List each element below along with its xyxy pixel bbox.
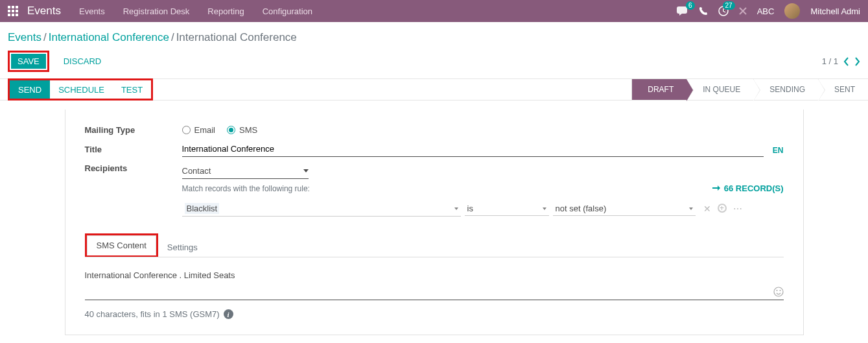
sms-content-highlight: SMS Content bbox=[85, 233, 158, 257]
caret-down-icon bbox=[303, 169, 309, 172]
breadcrumb-row: Events/International Conference/Internat… bbox=[0, 22, 868, 51]
title-label: Title bbox=[85, 145, 182, 154]
status-bar: SEND SCHEDULE TEST DRAFT IN QUEUE SENDIN… bbox=[0, 78, 868, 101]
menu-reporting[interactable]: Reporting bbox=[207, 6, 244, 16]
tab-settings[interactable]: Settings bbox=[158, 238, 207, 257]
filter-more-icon[interactable]: ⋯ bbox=[733, 204, 742, 214]
stage-sent[interactable]: SENT bbox=[818, 79, 868, 100]
pager: 1 / 1 bbox=[822, 56, 860, 66]
apps-icon[interactable] bbox=[8, 6, 18, 16]
top-menu: Events Registration Desk Reporting Confi… bbox=[79, 6, 677, 16]
clock-icon[interactable]: 27 bbox=[718, 6, 729, 16]
filter-add-icon[interactable]: + bbox=[718, 204, 727, 213]
arrow-right-icon bbox=[712, 185, 720, 191]
records-link[interactable]: 66 RECORD(S) bbox=[712, 183, 784, 193]
stage-in-queue[interactable]: IN QUEUE bbox=[686, 79, 753, 100]
filter-row: Blacklist is not set (false) ✕ + ⋯ bbox=[182, 201, 784, 217]
chat-badge: 6 bbox=[686, 1, 695, 10]
svg-point-1 bbox=[774, 287, 783, 296]
stage-draft[interactable]: DRAFT bbox=[631, 79, 686, 100]
schedule-button[interactable]: SCHEDULE bbox=[50, 80, 113, 99]
filter-field-select[interactable]: Blacklist bbox=[182, 201, 461, 217]
lang-tag[interactable]: EN bbox=[773, 146, 784, 155]
chat-icon[interactable]: 6 bbox=[677, 6, 688, 16]
phone-icon[interactable] bbox=[699, 6, 708, 16]
pager-next-icon[interactable] bbox=[854, 57, 860, 66]
recipients-select[interactable]: Contact bbox=[182, 163, 309, 179]
sms-body: International Conference . Limited Seats… bbox=[85, 257, 784, 319]
tab-sms-content[interactable]: SMS Content bbox=[87, 235, 156, 255]
caret-down-icon bbox=[689, 207, 693, 210]
test-button[interactable]: TEST bbox=[113, 80, 151, 99]
breadcrumb-parent[interactable]: International Conference bbox=[49, 31, 169, 43]
caret-down-icon bbox=[454, 207, 458, 210]
send-button[interactable]: SEND bbox=[10, 80, 50, 99]
breadcrumb: Events/International Conference/Internat… bbox=[8, 31, 297, 44]
recipients-label: Recipients bbox=[85, 163, 182, 173]
menu-configuration[interactable]: Configuration bbox=[263, 6, 312, 16]
save-highlight: SAVE bbox=[8, 51, 49, 72]
pager-text: 1 / 1 bbox=[822, 56, 838, 66]
user-name[interactable]: Mitchell Admi bbox=[810, 6, 860, 16]
menu-events[interactable]: Events bbox=[79, 6, 105, 16]
pager-prev-icon[interactable] bbox=[843, 57, 849, 66]
sms-textarea[interactable]: International Conference . Limited Seats bbox=[85, 268, 784, 300]
title-input[interactable] bbox=[182, 141, 764, 157]
topbar-right: 6 27 ABC Mitchell Admi bbox=[677, 3, 860, 19]
stage-sending[interactable]: SENDING bbox=[753, 79, 818, 100]
top-navbar: Events Events Registration Desk Reportin… bbox=[0, 0, 868, 22]
svg-point-3 bbox=[779, 290, 780, 291]
status-stages: DRAFT IN QUEUE SENDING SENT bbox=[631, 79, 868, 100]
app-brand[interactable]: Events bbox=[27, 5, 61, 18]
sms-meta: 40 characters, fits in 1 SMS (GSM7) i bbox=[85, 309, 784, 319]
statusbar-actions-highlight: SEND SCHEDULE TEST bbox=[8, 78, 153, 101]
svg-point-2 bbox=[776, 290, 777, 291]
avatar[interactable] bbox=[784, 3, 800, 19]
radio-sms[interactable]: SMS bbox=[227, 125, 257, 135]
menu-registration-desk[interactable]: Registration Desk bbox=[123, 6, 190, 16]
info-icon[interactable]: i bbox=[224, 309, 233, 319]
mailing-type-label: Mailing Type bbox=[85, 125, 182, 135]
caret-down-icon bbox=[543, 207, 546, 210]
filter-operator-select[interactable]: is bbox=[465, 202, 549, 216]
filter-value-select[interactable]: not set (false) bbox=[553, 202, 696, 216]
breadcrumb-current: International Conference bbox=[176, 31, 297, 43]
clock-badge: 27 bbox=[723, 1, 735, 10]
save-button[interactable]: SAVE bbox=[11, 54, 46, 69]
radio-email[interactable]: Email bbox=[182, 125, 216, 135]
actions-row: SAVE DISCARD 1 / 1 bbox=[0, 51, 868, 78]
company-name[interactable]: ABC bbox=[757, 6, 775, 16]
tabs: SMS Content Settings bbox=[85, 233, 784, 257]
breadcrumb-root[interactable]: Events bbox=[8, 31, 41, 43]
form-sheet: Mailing Type Email SMS Title EN Recipien… bbox=[65, 110, 804, 335]
discard-button[interactable]: DISCARD bbox=[57, 54, 108, 69]
close-x-icon[interactable] bbox=[739, 7, 747, 15]
rule-text: Match records with the following rule: bbox=[182, 184, 310, 193]
filter-remove-icon[interactable]: ✕ bbox=[703, 204, 711, 214]
emoji-icon[interactable] bbox=[773, 287, 784, 297]
